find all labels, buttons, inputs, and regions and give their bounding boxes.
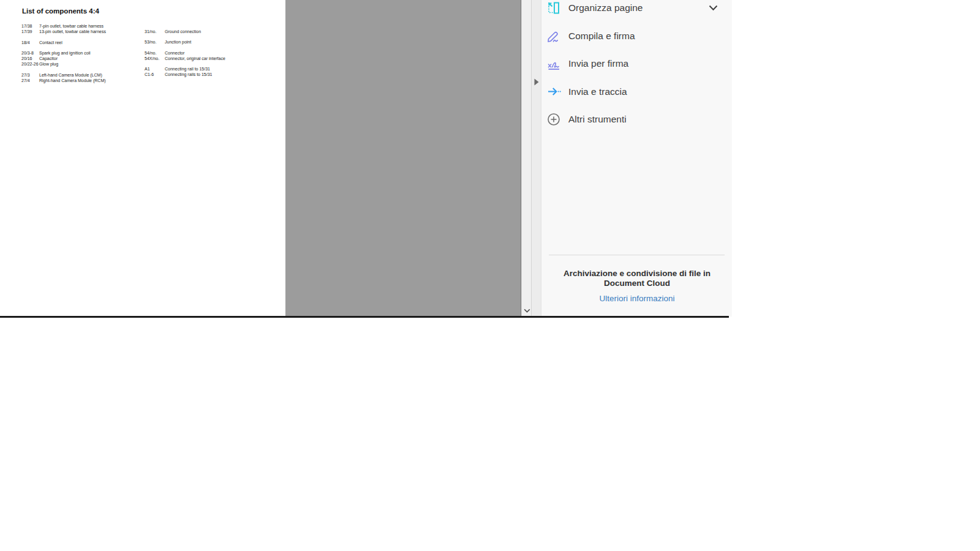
component-group: 18/4Contact reel bbox=[21, 40, 141, 45]
component-description: Spark plug and ignition coil bbox=[39, 50, 91, 56]
component-description: Left-hand Camera Module (LCM) bbox=[39, 72, 102, 78]
component-description: Right-hand Camera Module (RCM) bbox=[39, 78, 106, 83]
component-description: Capacitor bbox=[39, 56, 58, 61]
component-code: 17/39 bbox=[21, 29, 39, 34]
component-group: 31/no.Ground connection bbox=[145, 29, 279, 34]
component-code: 53/no. bbox=[145, 39, 165, 45]
promo-heading-line: Document Cloud bbox=[541, 279, 733, 288]
component-row: 17/3913-pin outlet, towbar cable harness bbox=[21, 29, 141, 34]
panel-collapse-strip[interactable] bbox=[531, 0, 541, 317]
component-code: 20/3-8 bbox=[21, 50, 39, 56]
organize-pages-icon bbox=[546, 0, 562, 16]
component-row: 17/387-pin outlet, towbar cable harness bbox=[21, 23, 141, 29]
component-description: Junction point bbox=[165, 39, 191, 45]
vertical-scrollbar[interactable] bbox=[521, 0, 531, 317]
pdf-viewer-area: List of components 4:4 17/387-pin outlet… bbox=[0, 0, 521, 317]
component-row: 27/3Left-hand Camera Module (LCM) bbox=[21, 72, 141, 78]
tool-item-send-and-track[interactable]: Invia e traccia bbox=[541, 78, 733, 106]
component-code: 17/38 bbox=[21, 23, 39, 29]
panel-expand-button[interactable] bbox=[533, 78, 540, 86]
send-for-signature-icon bbox=[546, 56, 562, 72]
component-code: 18/4 bbox=[21, 40, 39, 45]
tool-item-label: Altri strumenti bbox=[568, 114, 627, 125]
fill-and-sign-icon bbox=[546, 28, 562, 44]
component-row: 20/3-8Spark plug and ignition coil bbox=[21, 50, 141, 56]
component-description: 13-pin outlet, towbar cable harness bbox=[39, 29, 106, 34]
component-row: 20/16Capacitor bbox=[21, 56, 141, 61]
component-row: 31/no.Ground connection bbox=[145, 29, 279, 34]
component-code: A1 bbox=[145, 66, 165, 72]
component-description: Connector, original car interface bbox=[165, 56, 225, 61]
component-group: A1Connecting rail to 15/31C1-6Connecting… bbox=[145, 66, 279, 78]
component-description: Glow plug bbox=[39, 61, 58, 67]
tool-item-label: Invia e traccia bbox=[568, 86, 627, 97]
component-row: 53/no.Junction point bbox=[145, 39, 279, 45]
component-list-right-column: 31/no.Ground connection53/no.Junction po… bbox=[145, 29, 279, 83]
learn-more-link[interactable]: Ulteriori informazioni bbox=[541, 294, 733, 303]
component-row: 20/22-26Glow plug bbox=[21, 61, 141, 67]
component-code: C1-6 bbox=[145, 72, 165, 77]
component-row: 54/no.Connector bbox=[145, 50, 279, 56]
component-row: A1Connecting rail to 15/31 bbox=[145, 66, 279, 72]
tool-item-send-for-signature[interactable]: Invia per firma bbox=[541, 50, 733, 78]
component-row: 54X/no.Connector, original car interface bbox=[145, 56, 279, 61]
component-group: 27/3Left-hand Camera Module (LCM)27/4Rig… bbox=[21, 72, 141, 84]
component-code: 54/no. bbox=[145, 50, 165, 56]
component-row: C1-6Connecting rails to 15/31 bbox=[145, 72, 279, 77]
component-group: 17/387-pin outlet, towbar cable harness1… bbox=[21, 23, 141, 35]
component-description: Ground connection bbox=[165, 29, 201, 34]
component-code: 54X/no. bbox=[145, 56, 165, 61]
component-group: 54/no.Connector54X/no.Connector, origina… bbox=[145, 50, 279, 62]
triangle-right-icon bbox=[534, 78, 539, 86]
component-description: 7-pin outlet, towbar cable harness bbox=[39, 23, 104, 29]
tool-item-label: Compila e firma bbox=[568, 31, 635, 42]
tool-item-fill-and-sign[interactable]: Compila e firma bbox=[541, 22, 733, 50]
component-code: 27/4 bbox=[21, 78, 39, 83]
component-code: 20/22-26 bbox=[21, 61, 39, 67]
document-cloud-promo-heading: Archiviazione e condivisione di file in … bbox=[541, 269, 733, 288]
send-and-track-icon bbox=[546, 84, 562, 100]
component-row: 18/4Contact reel bbox=[21, 40, 141, 45]
page-title: List of components 4:4 bbox=[22, 7, 99, 15]
tool-item-organize-pages[interactable]: Organizza pagine bbox=[541, 0, 733, 22]
scrollbar-down-button[interactable] bbox=[522, 307, 532, 315]
component-code: 27/3 bbox=[21, 72, 39, 78]
component-description: Connecting rail to 15/31 bbox=[165, 66, 210, 72]
tool-item-label: Organizza pagine bbox=[568, 2, 643, 13]
panel-divider bbox=[549, 255, 725, 255]
component-group: 53/no.Junction point bbox=[145, 39, 279, 45]
promo-heading-line: Archiviazione e condivisione di file in bbox=[541, 269, 733, 279]
component-group: 20/3-8Spark plug and ignition coil20/16C… bbox=[21, 50, 141, 67]
tools-panel: Organizza pagine Compila e firma Invia p… bbox=[541, 0, 732, 317]
chevron-down-icon[interactable] bbox=[709, 5, 718, 11]
window-bottom-separator bbox=[0, 316, 729, 318]
component-code: 31/no. bbox=[145, 29, 165, 34]
pdf-page: List of components 4:4 17/387-pin outlet… bbox=[0, 0, 285, 317]
component-row: 27/4Right-hand Camera Module (RCM) bbox=[21, 78, 141, 83]
component-list-left-column: 17/387-pin outlet, towbar cable harness1… bbox=[21, 23, 141, 88]
chevron-down-icon bbox=[524, 309, 530, 313]
more-tools-icon bbox=[546, 111, 562, 127]
component-description: Connector bbox=[165, 50, 184, 56]
tool-item-label: Invia per firma bbox=[568, 58, 628, 69]
component-description: Connecting rails to 15/31 bbox=[165, 72, 212, 77]
component-description: Contact reel bbox=[39, 40, 62, 45]
component-code: 20/16 bbox=[21, 56, 39, 61]
tool-item-more-tools[interactable]: Altri strumenti bbox=[541, 105, 733, 133]
